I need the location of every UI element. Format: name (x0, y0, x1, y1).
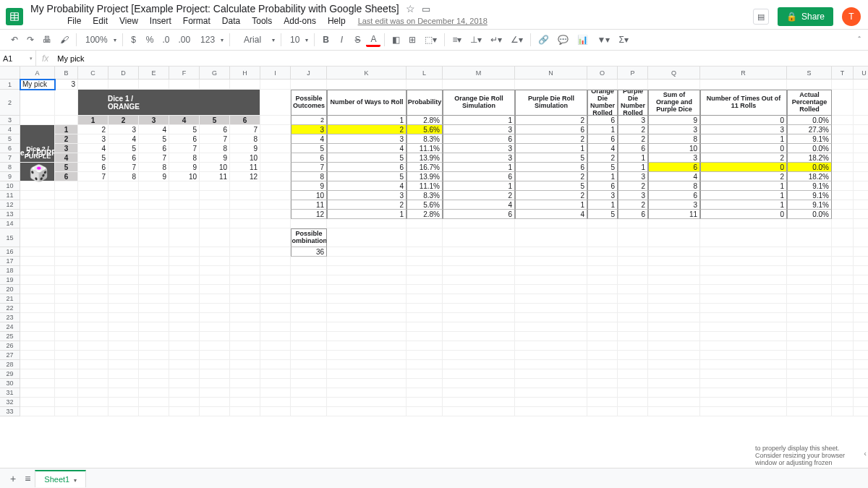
cell-H3[interactable]: 6 (230, 116, 260, 125)
col-header[interactable]: R (700, 67, 787, 80)
cell-R9[interactable]: 2 (700, 172, 787, 181)
row-header[interactable]: 30 (0, 379, 20, 388)
halign-button[interactable]: ≡▾ (448, 33, 465, 47)
cell-J8[interactable]: 7 (291, 163, 327, 172)
cell-P5[interactable]: 2 (618, 134, 648, 144)
cell-S8[interactable]: 0.0% (787, 163, 832, 172)
cell-Q13[interactable]: 11 (648, 210, 700, 219)
sheets-logo[interactable] (6, 8, 23, 25)
column-headers[interactable]: ABCDEFGHIJKLMNOPQRSTUV (20, 67, 868, 80)
wrap-button[interactable]: ↵▾ (487, 33, 506, 47)
cell-L2[interactable]: Probability (407, 90, 443, 116)
cell-L11[interactable]: 8.3% (407, 191, 443, 200)
cell-H6[interactable]: 9 (230, 144, 260, 153)
col-header[interactable]: M (443, 67, 515, 80)
rotate-button[interactable]: ∠▾ (507, 33, 527, 47)
cell-K8[interactable]: 6 (327, 163, 407, 172)
cell-D3[interactable]: 2 (109, 116, 139, 125)
cell-N4[interactable]: 6 (515, 125, 587, 134)
cell-J6[interactable]: 5 (291, 144, 327, 153)
cell-C5[interactable]: 3 (78, 134, 109, 144)
cell-B4[interactable]: 1 (55, 125, 78, 134)
cell-K13[interactable]: 1 (327, 210, 407, 219)
cell-C3[interactable]: 1 (78, 116, 109, 125)
cell-F7[interactable]: 8 (169, 153, 200, 163)
menu-edit[interactable]: Edit (88, 14, 113, 28)
cell-B9[interactable]: 6 (55, 172, 78, 181)
cell-P6[interactable]: 6 (618, 144, 648, 153)
chart-button[interactable]: 📊 (574, 33, 592, 47)
cell-C8[interactable]: 6 (78, 163, 109, 172)
cell-L8[interactable]: 16.7% (407, 163, 443, 172)
cell-J11[interactable]: 10 (291, 191, 327, 200)
cell-E6[interactable]: 6 (139, 144, 169, 153)
col-header[interactable]: Q (648, 67, 700, 80)
col-header[interactable]: H (230, 67, 260, 80)
col-header[interactable]: A (20, 67, 55, 80)
cell-E9[interactable]: 9 (139, 172, 169, 181)
formula-input[interactable] (54, 54, 868, 63)
cell-C4[interactable]: 2 (78, 125, 109, 134)
percent-button[interactable]: % (142, 33, 158, 47)
menu-insert[interactable]: Insert (145, 14, 176, 28)
cell-B6[interactable]: 3 (55, 144, 78, 153)
col-header[interactable]: F (169, 67, 200, 80)
cell-K3[interactable]: 1 (327, 116, 407, 125)
row-header[interactable]: 22 (0, 304, 20, 313)
side-panel-toggle[interactable]: ‹ (864, 449, 867, 458)
row-header[interactable]: 24 (0, 322, 20, 332)
add-sheet-button[interactable]: + (6, 470, 20, 487)
cell-O10[interactable]: 6 (587, 181, 618, 191)
cell-J5[interactable]: 4 (291, 134, 327, 144)
cell-M13[interactable]: 6 (443, 210, 515, 219)
comments-button[interactable]: ▤ (753, 9, 769, 25)
cell-K9[interactable]: 5 (327, 172, 407, 181)
italic-button[interactable]: I (334, 33, 349, 47)
cell-E3[interactable]: 3 (139, 116, 169, 125)
row-header[interactable]: 2 (0, 90, 20, 116)
row-header[interactable]: 4 (0, 125, 20, 134)
cell-P4[interactable]: 2 (618, 125, 648, 134)
share-button[interactable]: 🔒 Share (778, 7, 833, 26)
cell-B1[interactable]: 3 (55, 80, 78, 90)
cell-C9[interactable]: 7 (78, 172, 109, 181)
cell-S12[interactable]: 9.1% (787, 200, 832, 210)
cell-H7[interactable]: 10 (230, 153, 260, 163)
cell-Q11[interactable]: 6 (648, 191, 700, 200)
cell-J16[interactable]: 36 (291, 247, 327, 257)
cell-P9[interactable]: 3 (618, 172, 648, 181)
cell-O4[interactable]: 1 (587, 125, 618, 134)
cell-F9[interactable]: 10 (169, 172, 200, 181)
cell-K5[interactable]: 3 (327, 134, 407, 144)
cell-R3[interactable]: 0 (700, 116, 787, 125)
doc-title[interactable]: My Probability Project [Example Project:… (30, 3, 399, 14)
textcolor-button[interactable]: A (366, 33, 380, 47)
cell-M6[interactable]: 3 (443, 144, 515, 153)
cell-K10[interactable]: 4 (327, 181, 407, 191)
star-icon[interactable]: ☆ (406, 3, 415, 14)
cell-Q7[interactable]: 3 (648, 153, 700, 163)
cell-J2[interactable]: Possible Outcomes (291, 90, 327, 116)
cell-L7[interactable]: 13.9% (407, 153, 443, 163)
cell-E4[interactable]: 4 (139, 125, 169, 134)
bold-button[interactable]: B (318, 33, 333, 47)
cell-S7[interactable]: 18.2% (787, 153, 832, 163)
select-all-corner[interactable] (0, 67, 20, 80)
cell-D7[interactable]: 6 (109, 153, 139, 163)
col-header[interactable]: O (587, 67, 618, 80)
row-header[interactable]: 14 (0, 219, 20, 228)
menu-format[interactable]: Format (178, 14, 216, 28)
col-header[interactable]: U (854, 67, 868, 80)
cell-G4[interactable]: 6 (200, 125, 230, 134)
name-box[interactable]: A1 (0, 51, 36, 66)
col-header[interactable]: E (139, 67, 169, 80)
borders-button[interactable]: ⊞ (405, 33, 420, 47)
col-header[interactable]: I (260, 67, 291, 80)
row-header[interactable]: 28 (0, 360, 20, 369)
cell-E7[interactable]: 7 (139, 153, 169, 163)
cell-K4[interactable]: 2 (327, 125, 407, 134)
cell-S9[interactable]: 18.2% (787, 172, 832, 181)
cell-G8[interactable]: 10 (200, 163, 230, 172)
cell-N5[interactable]: 2 (515, 134, 587, 144)
cell-S5[interactable]: 9.1% (787, 134, 832, 144)
